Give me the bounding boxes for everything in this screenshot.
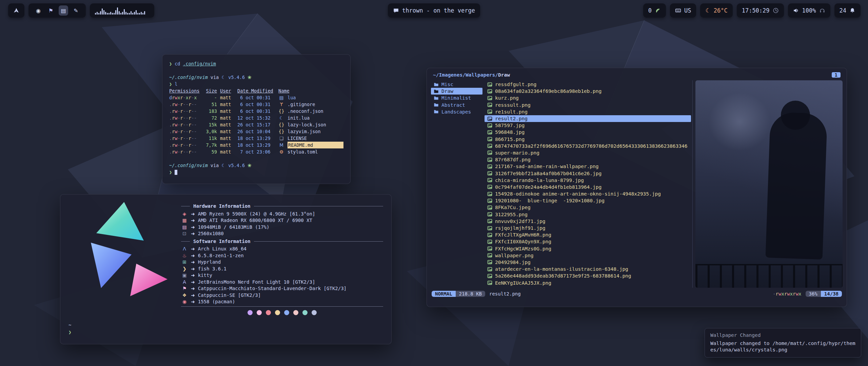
size-cell: -: [203, 94, 217, 101]
list-item[interactable]: kurz.png: [485, 95, 691, 101]
sidebar-item-draw[interactable]: Draw: [431, 88, 482, 95]
permissions-cell: .rw-r--r--: [169, 128, 200, 135]
arch-value: Arch Linux x86_64: [198, 246, 246, 252]
date-cell: 12 oct 15:32: [237, 115, 275, 121]
list-item[interactable]: 19201080-__blue-tinge__-1920×1080.jpg: [485, 197, 691, 204]
path-current-dir: Draw: [498, 72, 510, 78]
image-icon: [487, 89, 492, 94]
list-item[interactable]: 20492984.jpg: [485, 259, 691, 266]
image-icon: [487, 171, 492, 176]
date-cell: 6 oct 00:31: [237, 94, 275, 101]
visualizer-bar: [103, 10, 104, 15]
window-title-module[interactable]: thrown - on the verge: [388, 3, 480, 18]
permission-char: w: [787, 291, 790, 297]
arrow-icon: ➜: [191, 217, 195, 224]
list-item[interactable]: 3126f7e9bbf21a8a4af0b67b041c6e26.jpg: [485, 170, 691, 177]
logo-triangle-pink: [130, 264, 167, 296]
visualizer-bar: [105, 12, 106, 15]
fetch-info-panel: Hardware Information ◈➜AMD Ryzen 9 5900X…: [181, 202, 383, 315]
cpu-value: AMD Ryzen 9 5900X (24) @ 4.9GHz [61.3°on…: [198, 211, 315, 218]
header-date: Date Modified: [237, 87, 275, 94]
list-item[interactable]: result2.png: [485, 115, 691, 122]
permission-char: x: [194, 95, 197, 100]
parent-directory-pane[interactable]: MiscDrawMinimalistAbstractLandscapes: [431, 80, 482, 288]
filename: 8FKa7Cu.jpeg: [495, 205, 531, 210]
moon-icon: ☾: [705, 7, 710, 14]
list-item[interactable]: 5a266e448add93deab367d87173e9f25-6837886…: [485, 272, 691, 279]
topbar-left: ◉⚑▤✎: [8, 3, 154, 18]
list-item[interactable]: 8FKa7Cu.jpeg: [485, 204, 691, 211]
list-item[interactable]: FXfcJlTXgAMvH6R.png: [485, 231, 691, 238]
size-cell: 15k: [203, 121, 217, 128]
file-list-pane[interactable]: ressdfgult.png08a634fa02a32364f69ebc86a9…: [485, 80, 693, 288]
sidebar-item-landscapes[interactable]: Landscapes: [431, 108, 482, 115]
list-item[interactable]: 217167-sad-anime-rain-wallpaper.png: [485, 163, 691, 170]
fetch-shell-prompt[interactable]: ~ ❯: [68, 322, 71, 336]
list-item[interactable]: 08a634fa02a32364f69ebc86a98eb1eb.png: [485, 88, 691, 95]
terminal-prompt-line[interactable]: ❯: [169, 169, 343, 176]
list-item[interactable]: chica-mirando-la-luna-8799.jpg: [485, 177, 691, 184]
list-item[interactable]: atardecer-en-la-montanas-ilustracion-634…: [485, 266, 691, 272]
launcher-module[interactable]: [8, 3, 24, 18]
list-item[interactable]: rsjqojlmjhf91.jpg: [485, 225, 691, 231]
keyboard-layout: US: [684, 7, 691, 14]
file-listing-row: .rw-r--r--15kmatt26 oct 15:17{}lazy-lock…: [169, 121, 343, 128]
list-item[interactable]: re1sult.png: [485, 108, 691, 115]
fetch-info-line: ♨➜6.5.8-zen1-1-zen: [181, 252, 383, 259]
permission-char: r: [189, 108, 191, 114]
list-item[interactable]: 87r687df.png: [485, 156, 691, 163]
via-label: via: [211, 74, 219, 81]
keyboard-module[interactable]: US: [670, 3, 696, 18]
list-item[interactable]: EeNKYgIUcAAJ5JX.png: [485, 279, 691, 286]
cwd-path: ~: [68, 322, 71, 329]
folder-icon: [434, 109, 439, 114]
sidebar-item-abstract[interactable]: Abstract: [431, 102, 482, 108]
list-item[interactable]: 0c794faf07de24a4db4d4fb1eb813964.jpg: [485, 184, 691, 190]
header-user: User: [220, 87, 234, 94]
fetch-info-line: ⊡➜868x366: [181, 230, 383, 237]
active-window-title: thrown - on the verge: [402, 7, 475, 14]
permission-char: -: [194, 108, 197, 114]
files-workspace-icon[interactable]: ▤: [59, 5, 68, 16]
weather-module[interactable]: ☾ 26°C: [700, 3, 732, 18]
browser-workspace-icon[interactable]: ◉: [34, 5, 43, 16]
filename: ressdfgult.png: [495, 82, 536, 87]
list-item[interactable]: wallpaper.png: [485, 252, 691, 259]
list-item[interactable]: 587597.jpg: [485, 122, 691, 129]
notification-popup[interactable]: Wallpaper Changed Wallpaper changed to /…: [705, 328, 861, 358]
list-item[interactable]: 68747470733a2f2f696d616765732d7769786d70…: [485, 143, 691, 149]
flag-workspace-icon[interactable]: ⚑: [46, 5, 56, 16]
updates-module[interactable]: 0: [643, 3, 666, 18]
visualizer-module: [90, 3, 154, 18]
file-manager-header: ~/Imagenes/Wallpapers/Draw 1: [431, 72, 843, 80]
visualizer-bar: [110, 12, 111, 15]
list-item[interactable]: super-mario.png: [485, 149, 691, 156]
list-item[interactable]: ressdfgult.png: [485, 81, 691, 88]
tab-badge[interactable]: 1: [832, 72, 841, 78]
permission-char: -: [183, 136, 186, 141]
list-item[interactable]: 3122955.png: [485, 211, 691, 218]
image-icon: [487, 96, 492, 101]
list-item[interactable]: FXfcII0X0AQyn9X.png: [485, 238, 691, 245]
filename: super-mario.png: [495, 150, 539, 156]
volume-module[interactable]: 100%: [788, 3, 830, 18]
list-item[interactable]: 596848.jpg: [485, 129, 691, 136]
permission-char: -: [177, 142, 180, 148]
image-icon: [487, 191, 492, 197]
sidebar-item-minimalist[interactable]: Minimalist: [431, 95, 482, 101]
filename-cell: lazyvim.json: [288, 128, 343, 135]
notification-body: Wallpaper changed to /home/matt/.config/…: [710, 340, 855, 353]
sidebar-item-misc[interactable]: Misc: [431, 81, 482, 88]
bottom-rule: [181, 306, 383, 307]
permission-char: -: [194, 115, 197, 121]
brush-workspace-icon[interactable]: ✎: [71, 5, 81, 16]
list-item[interactable]: resssult.png: [485, 102, 691, 108]
visualizer-bar: [95, 13, 96, 15]
list-item[interactable]: FXfcHgcWIAMzs0G.png: [485, 245, 691, 252]
list-item[interactable]: 866715.png: [485, 136, 691, 143]
list-item[interactable]: nnvuv0xj2df71.jpg: [485, 218, 691, 225]
list-item[interactable]: 154928-odinokoe_anime-art-anime-okno-sin…: [485, 190, 691, 197]
image-icon: [487, 239, 492, 244]
clock-module[interactable]: 17:50:29: [737, 3, 784, 18]
notifications-module[interactable]: 24: [834, 3, 861, 18]
